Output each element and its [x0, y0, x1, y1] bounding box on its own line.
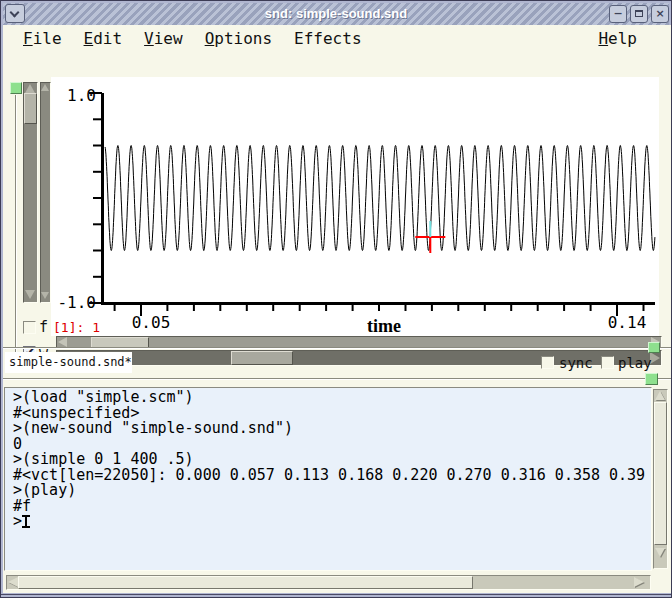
time-axis-label: time — [367, 316, 401, 336]
menu-edit[interactable]: Edit — [84, 29, 123, 48]
close-icon: × — [655, 7, 664, 20]
listener-h-thumb[interactable] — [18, 576, 473, 589]
menu-effects[interactable]: Effects — [294, 29, 361, 48]
text-cursor — [22, 515, 31, 528]
menubar: FileEditViewOptionsEffects Help — [3, 25, 671, 49]
listener-line: #<vct[len=22050]: 0.000 0.057 0.113 0.16… — [13, 468, 645, 484]
window-content: FileEditViewOptionsEffects Help 1. — [3, 25, 671, 593]
x-tick-label-left: 0.05 — [132, 313, 171, 332]
menu-help[interactable]: Help — [598, 29, 637, 48]
pane-sash-handle-left[interactable] — [10, 82, 22, 94]
menubar-items: FileEditViewOptionsEffects — [23, 29, 384, 48]
arrow-left-icon[interactable] — [8, 577, 18, 587]
play-checkbox[interactable] — [601, 356, 614, 369]
arrow-up-icon[interactable] — [41, 84, 49, 91]
f-label: f — [39, 318, 48, 336]
pane-sash-line-left — [15, 95, 17, 367]
window-title: snd: simple-sound.snd — [3, 6, 669, 21]
arrow-up-icon[interactable] — [25, 84, 35, 93]
arrow-down-icon[interactable] — [655, 548, 665, 557]
x-tick-label-right: 0.14 — [608, 313, 647, 332]
maximize-button[interactable] — [630, 5, 648, 23]
listener-text-area[interactable]: >(load "simple.scm")#<unspecified>>(new-… — [4, 387, 652, 571]
waveform — [105, 146, 655, 251]
arrow-left-icon[interactable] — [58, 337, 67, 347]
listener-pane: >(load "simple.scm")#<unspecified>>(new-… — [3, 380, 671, 593]
filename-label: simple-sound.snd* — [9, 355, 132, 369]
edit-position-status: [1]: 1 — [53, 320, 100, 335]
listener-v-thumb[interactable] — [654, 402, 667, 545]
arrow-up-icon[interactable] — [655, 391, 665, 400]
menu-options[interactable]: Options — [205, 29, 272, 48]
snd-window: snd: simple-sound.snd − × FileEditViewOp… — [0, 0, 672, 598]
close-button[interactable]: × — [651, 5, 669, 23]
listener-line: > — [13, 514, 645, 530]
y-zoom-thumb[interactable] — [24, 93, 37, 124]
f-checkbox[interactable] — [23, 321, 36, 334]
minibuffer-row: simple-sound.snd* sync play — [3, 349, 671, 378]
play-label: play — [618, 355, 652, 371]
y-min-label: -1.0 — [57, 293, 96, 312]
listener-line: >(play) — [13, 483, 645, 499]
minimize-button[interactable]: − — [609, 5, 627, 23]
square-icon — [635, 10, 643, 17]
menu-file[interactable]: File — [23, 29, 62, 48]
sound-pane: 1.0-1.00.050.14time f [1]: 1 w — [3, 49, 671, 349]
arrow-down-icon[interactable] — [25, 290, 35, 299]
minus-icon: − — [613, 7, 622, 20]
listener-line: #f — [13, 499, 645, 515]
titlebar[interactable]: snd: simple-sound.snd − × — [3, 3, 669, 25]
arrow-down-icon[interactable] — [41, 292, 49, 299]
sync-label: sync — [559, 355, 593, 371]
arrow-right-icon[interactable] — [634, 577, 644, 587]
waveform-canvas[interactable]: 1.0-1.00.050.14time — [51, 77, 659, 336]
y-max-label: 1.0 — [67, 86, 96, 105]
listener-line: >(new-sound "simple-sound.snd") — [13, 421, 645, 437]
listener-lines: >(load "simple.scm")#<unspecified>>(new-… — [13, 390, 645, 530]
sync-checkbox[interactable] — [541, 356, 554, 369]
menu-view[interactable]: View — [144, 29, 183, 48]
